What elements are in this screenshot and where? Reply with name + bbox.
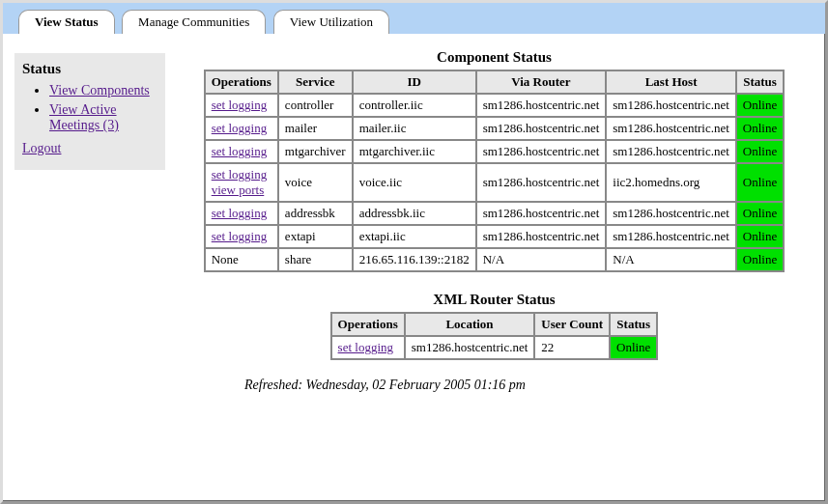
cell-last_host: iic2.homedns.org bbox=[606, 163, 736, 202]
rcol-location: Location bbox=[405, 313, 535, 336]
cell-status: Online bbox=[736, 163, 784, 202]
cell-service: extapi bbox=[278, 225, 353, 248]
cell-operations: set logging bbox=[331, 336, 405, 359]
cell-via_router: sm1286.hostcentric.net bbox=[476, 225, 607, 248]
col-last-host: Last Host bbox=[606, 70, 736, 94]
tab-view-status[interactable]: View Status bbox=[18, 10, 115, 34]
operation-link[interactable]: set logging bbox=[212, 167, 267, 182]
app-window: View Status Manage Communities View Util… bbox=[0, 0, 828, 504]
link-logout[interactable]: Logout bbox=[22, 141, 61, 155]
cell-service: mtgarchiver bbox=[278, 140, 353, 163]
cell-status: Online bbox=[736, 248, 784, 271]
operation-link[interactable]: set logging bbox=[212, 229, 267, 243]
cell-id: mtgarchiver.iic bbox=[353, 140, 476, 163]
cell-last_host: sm1286.hostcentric.net bbox=[606, 225, 736, 248]
component-status-title: Component Status bbox=[175, 49, 814, 66]
cell-operations: set loggingview ports bbox=[205, 163, 278, 202]
cell-operations: set logging bbox=[205, 140, 278, 163]
cell-service: voice bbox=[278, 163, 353, 202]
cell-last_host: sm1286.hostcentric.net bbox=[606, 117, 736, 140]
table-row: set loggingmailermailer.iicsm1286.hostce… bbox=[205, 117, 785, 140]
cell-id: 216.65.116.139::2182 bbox=[353, 248, 476, 271]
table-row: set loggingcontrollercontroller.iicsm128… bbox=[205, 94, 785, 117]
table-row: set loggingsm1286.hostcentric.net22Onlin… bbox=[331, 336, 658, 359]
operation-link[interactable]: set logging bbox=[212, 144, 267, 158]
cell-service: mailer bbox=[278, 117, 353, 140]
component-status-table: Operations Service ID Via Router Last Ho… bbox=[204, 70, 785, 272]
col-status: Status bbox=[736, 70, 784, 94]
cell-status: Online bbox=[736, 225, 784, 248]
cell-service: controller bbox=[278, 94, 353, 117]
rcol-user-count: User Count bbox=[534, 313, 610, 336]
cell-last_host: sm1286.hostcentric.net bbox=[606, 94, 736, 117]
cell-service: addressbk bbox=[278, 202, 353, 225]
link-view-active-meetings[interactable]: View Active Meetings (3) bbox=[49, 102, 119, 132]
rcol-status: Status bbox=[610, 313, 657, 336]
tab-manage-communities[interactable]: Manage Communities bbox=[122, 10, 266, 34]
col-service: Service bbox=[278, 70, 353, 94]
cell-user-count: 22 bbox=[534, 336, 610, 359]
router-status-table: Operations Location User Count Status se… bbox=[330, 312, 659, 360]
cell-operations: set logging bbox=[205, 202, 278, 225]
tab-view-utilization[interactable]: View Utilization bbox=[273, 10, 389, 34]
cell-via_router: N/A bbox=[476, 248, 607, 271]
cell-last_host: sm1286.hostcentric.net bbox=[606, 202, 736, 225]
refreshed-timestamp: Refreshed: Wednesday, 02 February 2005 0… bbox=[244, 378, 814, 393]
cell-id: extapi.iic bbox=[353, 225, 476, 248]
cell-id: mailer.iic bbox=[353, 117, 476, 140]
cell-via_router: sm1286.hostcentric.net bbox=[476, 163, 607, 202]
col-via-router: Via Router bbox=[476, 70, 607, 94]
cell-operations: set logging bbox=[205, 94, 278, 117]
sidebar-item-view-components: View Components bbox=[49, 83, 157, 98]
cell-status: Online bbox=[610, 336, 657, 359]
cell-id: addressbk.iic bbox=[353, 202, 476, 225]
cell-via_router: sm1286.hostcentric.net bbox=[476, 202, 607, 225]
cell-status: Online bbox=[736, 94, 784, 117]
cell-last_host: N/A bbox=[606, 248, 736, 271]
col-operations: Operations bbox=[205, 70, 278, 94]
cell-operations: set logging bbox=[205, 117, 278, 140]
sidebar-item-view-active-meetings: View Active Meetings (3) bbox=[49, 102, 157, 133]
sidebar-heading: Status bbox=[22, 61, 157, 77]
col-id: ID bbox=[353, 70, 476, 94]
cell-via_router: sm1286.hostcentric.net bbox=[476, 117, 607, 140]
main-panel: Component Status Operations Service ID V… bbox=[165, 45, 814, 393]
cell-location: sm1286.hostcentric.net bbox=[405, 336, 535, 359]
rcol-operations: Operations bbox=[331, 313, 405, 336]
cell-id: controller.iic bbox=[353, 94, 476, 117]
operation-link[interactable]: set logging bbox=[212, 206, 267, 220]
sidebar: Status View Components View Active Meeti… bbox=[14, 53, 165, 170]
table-row: Noneshare216.65.116.139::2182N/AN/AOnlin… bbox=[205, 248, 785, 271]
table-row: set loggingmtgarchivermtgarchiver.iicsm1… bbox=[205, 140, 785, 163]
cell-status: Online bbox=[736, 202, 784, 225]
cell-via_router: sm1286.hostcentric.net bbox=[476, 140, 607, 163]
tab-bar: View Status Manage Communities View Util… bbox=[3, 3, 825, 34]
table-row: set loggingextapiextapi.iicsm1286.hostce… bbox=[205, 225, 785, 248]
operation-link[interactable]: set logging bbox=[212, 121, 267, 135]
cell-operations: None bbox=[205, 248, 278, 271]
link-view-components[interactable]: View Components bbox=[49, 83, 150, 98]
router-status-title: XML Router Status bbox=[175, 292, 814, 308]
table-row: set loggingview portsvoicevoice.iicsm128… bbox=[205, 163, 785, 202]
cell-status: Online bbox=[736, 117, 784, 140]
cell-service: share bbox=[278, 248, 353, 271]
content-area: Status View Components View Active Meeti… bbox=[3, 34, 825, 393]
cell-via_router: sm1286.hostcentric.net bbox=[476, 94, 607, 117]
operation-link[interactable]: set logging bbox=[338, 340, 393, 354]
cell-last_host: sm1286.hostcentric.net bbox=[606, 140, 736, 163]
operation-link[interactable]: view ports bbox=[212, 182, 265, 197]
cell-status: Online bbox=[736, 140, 784, 163]
cell-id: voice.iic bbox=[353, 163, 476, 202]
cell-operations: set logging bbox=[205, 225, 278, 248]
operation-link[interactable]: set logging bbox=[212, 98, 267, 112]
table-row: set loggingaddressbkaddressbk.iicsm1286.… bbox=[205, 202, 785, 225]
